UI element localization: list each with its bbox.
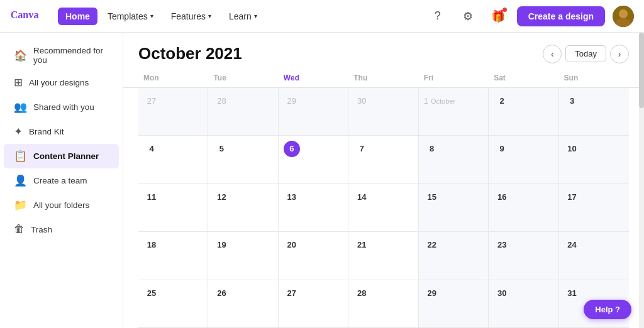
prev-month-button[interactable]: ‹ xyxy=(543,45,562,63)
date-number: 5 xyxy=(213,141,230,157)
calendar-header: October 2021 ‹ Today › xyxy=(123,33,644,70)
question-icon: ? xyxy=(435,9,441,23)
calendar-cell[interactable]: 5 xyxy=(208,136,278,183)
sidebar-label-folders: All your folders xyxy=(33,200,89,210)
brand-icon: ✦ xyxy=(14,125,23,138)
calendar-cell[interactable]: 10 xyxy=(559,136,629,183)
sidebar-item-brand[interactable]: ✦ Brand Kit xyxy=(4,119,119,144)
calendar-cell[interactable]: 19 xyxy=(208,232,278,280)
sidebar-item-recommended[interactable]: 🏠 Recommended for you xyxy=(4,40,119,70)
learn-chevron-icon: ▾ xyxy=(254,13,257,19)
sidebar-label-all-designs: All your designs xyxy=(29,78,89,87)
nav-features[interactable]: Features ▾ xyxy=(164,8,219,25)
date-number: 6 xyxy=(284,141,300,157)
date-number: 2 xyxy=(494,93,510,109)
user-avatar[interactable] xyxy=(613,6,634,27)
calendar-cell[interactable]: 30 xyxy=(489,280,558,328)
date-number: 31 xyxy=(564,285,580,302)
calendar-cell[interactable]: 11 xyxy=(138,184,208,232)
help-button[interactable]: Help ? xyxy=(584,300,631,319)
date-number: 15 xyxy=(424,189,440,205)
scrollbar-track[interactable] xyxy=(639,33,644,328)
calendar-cell[interactable]: 22 xyxy=(419,232,489,280)
calendar-cell[interactable]: 16 xyxy=(489,184,558,232)
sidebar: 🏠 Recommended for you ⊞ All your designs… xyxy=(0,33,123,328)
date-number: 30 xyxy=(353,93,370,109)
nav-templates[interactable]: Templates ▾ xyxy=(100,8,161,25)
calendar-area: October 2021 ‹ Today › Mon Tue Wed Thu F… xyxy=(123,33,644,328)
grid-icon: ⊞ xyxy=(14,76,23,89)
sidebar-item-create-team[interactable]: 👤 Create a team xyxy=(4,168,119,193)
calendar-cell[interactable]: 8 xyxy=(419,136,489,183)
sidebar-item-all-designs[interactable]: ⊞ All your designs xyxy=(4,70,119,95)
calendar-cell[interactable]: 29 xyxy=(279,88,348,136)
date-number: 22 xyxy=(424,237,440,253)
nav-learn[interactable]: Learn ▾ xyxy=(221,8,265,25)
help-icon-btn[interactable]: ? xyxy=(426,5,449,28)
calendar-cell[interactable]: 2 xyxy=(489,88,558,136)
calendar-cell[interactable]: 25 xyxy=(138,280,208,328)
day-header-sat: Sat xyxy=(489,70,558,87)
team-icon: 👤 xyxy=(14,174,27,187)
top-navigation: Canva Home Templates ▾ Features ▾ Learn … xyxy=(0,0,644,33)
calendar-cell[interactable]: 13 xyxy=(279,184,348,232)
calendar-cell[interactable]: 18 xyxy=(138,232,208,280)
gift-icon-btn[interactable]: 🎁 xyxy=(487,5,509,28)
sidebar-item-folders[interactable]: 📁 All your folders xyxy=(4,193,119,217)
calendar-cell[interactable]: 29 xyxy=(419,280,489,328)
date-number: 26 xyxy=(213,285,230,302)
day-header-thu: Thu xyxy=(348,70,418,87)
calendar-cell[interactable]: 17 xyxy=(559,184,629,232)
calendar-cell[interactable]: 12 xyxy=(208,184,278,232)
date-number: 29 xyxy=(284,93,300,109)
date-number: 11 xyxy=(143,189,160,205)
shared-icon: 👥 xyxy=(14,101,27,114)
calendar-navigation: ‹ Today › xyxy=(543,45,629,63)
date-number: 1October xyxy=(424,93,483,109)
day-header-sun: Sun xyxy=(559,70,629,87)
date-number: 17 xyxy=(564,189,580,205)
sidebar-item-content-planner[interactable]: 📋 Content Planner xyxy=(4,144,119,168)
sidebar-item-trash[interactable]: 🗑 Trash xyxy=(4,217,119,241)
date-number: 14 xyxy=(353,189,370,205)
date-number: 18 xyxy=(143,237,160,253)
calendar-cell[interactable]: 1October xyxy=(419,88,489,136)
calendar-cell[interactable]: 15 xyxy=(419,184,489,232)
day-header-tue: Tue xyxy=(208,70,278,87)
calendar-cell[interactable]: 20 xyxy=(279,232,348,280)
calendar-day-headers: Mon Tue Wed Thu Fri Sat Sun xyxy=(123,70,644,88)
calendar-cell[interactable]: 7 xyxy=(348,136,418,183)
calendar-icon: 📋 xyxy=(14,150,27,163)
trash-icon: 🗑 xyxy=(14,223,25,236)
settings-icon-btn[interactable]: ⚙ xyxy=(457,5,479,28)
calendar-cell[interactable]: 4 xyxy=(138,136,208,183)
calendar-cell[interactable]: 28 xyxy=(208,88,278,136)
sidebar-label-brand: Brand Kit xyxy=(29,127,64,136)
next-month-button[interactable]: › xyxy=(610,45,629,63)
calendar-cell[interactable]: 23 xyxy=(489,232,558,280)
calendar-cell[interactable]: 24 xyxy=(559,232,629,280)
today-button[interactable]: Today xyxy=(565,45,606,62)
calendar-cell[interactable]: 3 xyxy=(559,88,629,136)
svg-text:Canva: Canva xyxy=(11,9,39,20)
nav-home[interactable]: Home xyxy=(58,8,97,25)
calendar-cell[interactable]: 6 xyxy=(279,136,348,183)
sidebar-item-shared[interactable]: 👥 Shared with you xyxy=(4,95,119,119)
calendar-cell[interactable]: 21 xyxy=(348,232,418,280)
canva-logo[interactable]: Canva xyxy=(10,8,48,25)
calendar-cell[interactable]: 30 xyxy=(348,88,418,136)
sidebar-label-shared: Shared with you xyxy=(33,102,94,112)
date-number: 16 xyxy=(494,189,510,205)
calendar-cell[interactable]: 9 xyxy=(489,136,558,183)
create-design-button[interactable]: Create a design xyxy=(517,6,605,26)
calendar-cell[interactable]: 27 xyxy=(279,280,348,328)
date-number: 20 xyxy=(284,237,300,253)
svg-point-2 xyxy=(619,9,628,18)
date-number: 8 xyxy=(424,141,440,157)
calendar-cell[interactable]: 26 xyxy=(208,280,278,328)
calendar-cell[interactable]: 27 xyxy=(138,88,208,136)
scrollbar-thumb[interactable] xyxy=(639,33,644,108)
calendar-cell[interactable]: 28 xyxy=(348,280,418,328)
date-number: 21 xyxy=(353,237,370,253)
calendar-cell[interactable]: 14 xyxy=(348,184,418,232)
